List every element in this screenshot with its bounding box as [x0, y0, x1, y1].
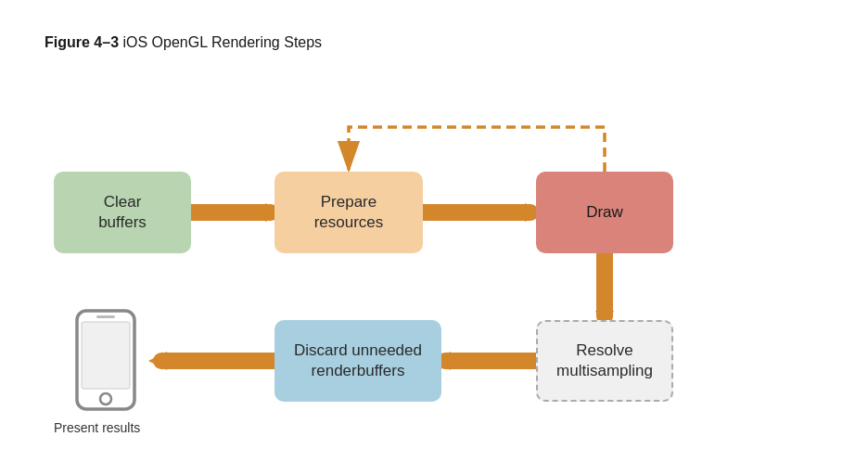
draw-label: Draw	[586, 202, 623, 223]
prepare-resources-label: Prepareresources	[314, 192, 384, 233]
box-resolve-multisampling: Resolvemultisampling	[536, 320, 673, 402]
svg-rect-3	[82, 322, 130, 389]
box-clear-buffers: Clearbuffers	[54, 172, 191, 253]
present-results-label: Present results	[54, 420, 140, 435]
figure-container: Figure 4–3 iOS OpenGL Rendering Steps	[17, 16, 851, 459]
phone-icon	[72, 309, 139, 411]
discard-unneeded-label: Discard unneededrenderbuffers	[294, 340, 422, 381]
svg-rect-5	[96, 315, 115, 318]
resolve-multisampling-label: Resolvemultisampling	[556, 340, 653, 381]
box-prepare-resources: Prepareresources	[274, 172, 423, 253]
box-discard-unneeded: Discard unneededrenderbuffers	[274, 320, 441, 402]
svg-point-4	[100, 393, 111, 404]
diagram: Clearbuffers Prepareresources Draw Resol…	[45, 79, 805, 441]
arrowhead-discard-phone	[148, 352, 167, 370]
box-draw: Draw	[536, 172, 673, 253]
figure-title: Figure 4–3 iOS OpenGL Rendering Steps	[45, 34, 823, 51]
figure-label: Figure 4–3	[45, 34, 119, 50]
dashed-loop-arrow	[349, 127, 605, 172]
clear-buffers-label: Clearbuffers	[98, 192, 147, 233]
figure-description: iOS OpenGL Rendering Steps	[119, 34, 322, 50]
